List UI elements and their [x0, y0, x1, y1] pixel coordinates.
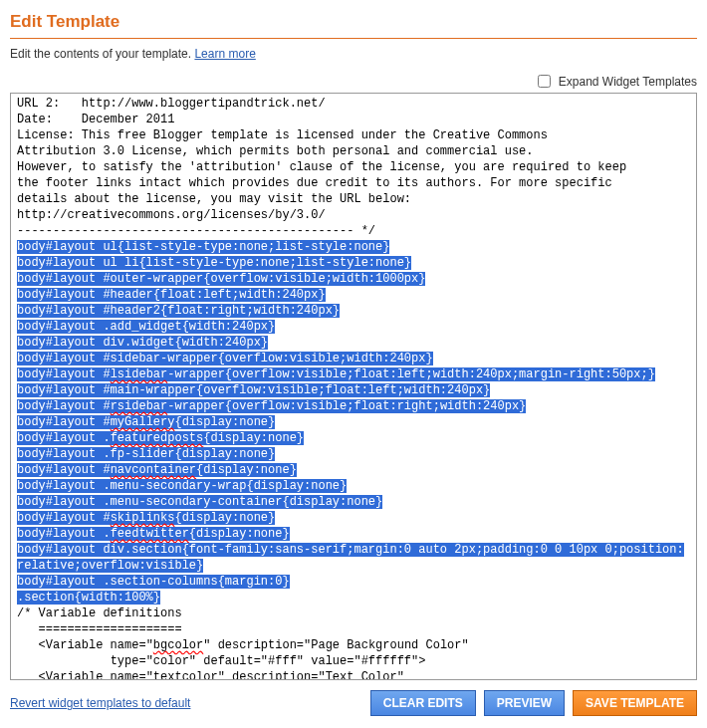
code-line: details about the license, you may visit…	[17, 191, 690, 207]
code-line: body#layout ul li{list-style-type:none;l…	[17, 255, 690, 271]
expand-row: Expand Widget Templates	[10, 75, 697, 89]
code-line: body#layout #rsidebar-wrapper{overflow:v…	[17, 398, 690, 414]
expand-widget-text: Expand Widget Templates	[559, 75, 697, 89]
code-line: body#layout #header{float:left;width:240…	[17, 287, 690, 303]
code-line: ----------------------------------------…	[17, 223, 690, 239]
code-line: License: This free Blogger template is l…	[17, 127, 690, 143]
instructions-text: Edit the contents of your template.	[10, 47, 194, 61]
code-line: <Variable name="textcolor" description="…	[17, 669, 690, 680]
code-line: /* Variable definitions	[17, 606, 690, 621]
code-line: body#layout #sidebar-wrapper{overflow:vi…	[17, 351, 690, 366]
code-line: However, to satisfy the 'attribution' cl…	[17, 159, 690, 175]
code-line: body#layout .add_widget{width:240px}	[17, 319, 690, 335]
code-line: http://creativecommons.org/licenses/by/3…	[17, 207, 690, 223]
code-line: body#layout div.widget{width:240px}	[17, 335, 690, 351]
expand-widget-label[interactable]: Expand Widget Templates	[538, 75, 697, 89]
template-editor[interactable]: URL 2: http://www.bloggertipandtrick.net…	[10, 93, 697, 680]
code-line: body#layout .section-columns{margin:0}	[17, 574, 690, 590]
code-line: body#layout .menu-secondary-wrap{display…	[17, 478, 690, 494]
code-line: body#layout #outer-wrapper{overflow:visi…	[17, 271, 690, 287]
code-line: body#layout #navcontainer{display:none}	[17, 462, 690, 478]
instructions-row: Edit the contents of your template. Lear…	[10, 47, 697, 61]
code-line: Attribution 3.0 License, which permits b…	[17, 143, 690, 159]
code-line: type="color" default="#fff" value="#ffff…	[17, 653, 690, 669]
code-line: Date: December 2011	[17, 112, 690, 127]
save-template-button[interactable]: SAVE TEMPLATE	[573, 690, 697, 716]
code-line: the footer links intact which provides d…	[17, 175, 690, 191]
code-line: body#layout #main-wrapper{overflow:visib…	[17, 382, 690, 398]
code-line: body#layout #header2{float:right;width:2…	[17, 303, 690, 319]
code-line: body#layout #lsidebar-wrapper{overflow:v…	[17, 366, 690, 382]
code-line: body#layout .feedtwitter{display:none}	[17, 526, 690, 542]
preview-button[interactable]: PREVIEW	[484, 690, 565, 716]
code-line: URL 2: http://www.bloggertipandtrick.net…	[17, 96, 690, 112]
code-line: body#layout ul{list-style-type:none;list…	[17, 239, 690, 255]
code-line: body#layout .featuredposts{display:none}	[17, 430, 690, 446]
code-line: ====================	[17, 621, 690, 637]
button-group: CLEAR EDITS PREVIEW SAVE TEMPLATE	[370, 690, 697, 716]
code-line: body#layout .menu-secondary-container{di…	[17, 494, 690, 510]
code-line: body#layout #skiplinks{display:none}	[17, 510, 690, 526]
footer-row: Revert widget templates to default CLEAR…	[10, 690, 697, 716]
title-divider	[10, 38, 697, 39]
code-line: body#layout #myGallery{display:none}	[17, 414, 690, 430]
revert-templates-link[interactable]: Revert widget templates to default	[10, 696, 190, 710]
code-line: .section{width:100%}	[17, 590, 690, 606]
code-line: body#layout .fp-slider{display:none}	[17, 446, 690, 462]
code-line: body#layout div.section{font-family:sans…	[17, 542, 690, 574]
clear-edits-button[interactable]: CLEAR EDITS	[370, 690, 476, 716]
expand-widget-checkbox[interactable]	[538, 75, 551, 88]
page-title: Edit Template	[10, 12, 697, 32]
learn-more-link[interactable]: Learn more	[194, 47, 255, 61]
code-line: <Variable name="bgcolor" description="Pa…	[17, 637, 690, 653]
